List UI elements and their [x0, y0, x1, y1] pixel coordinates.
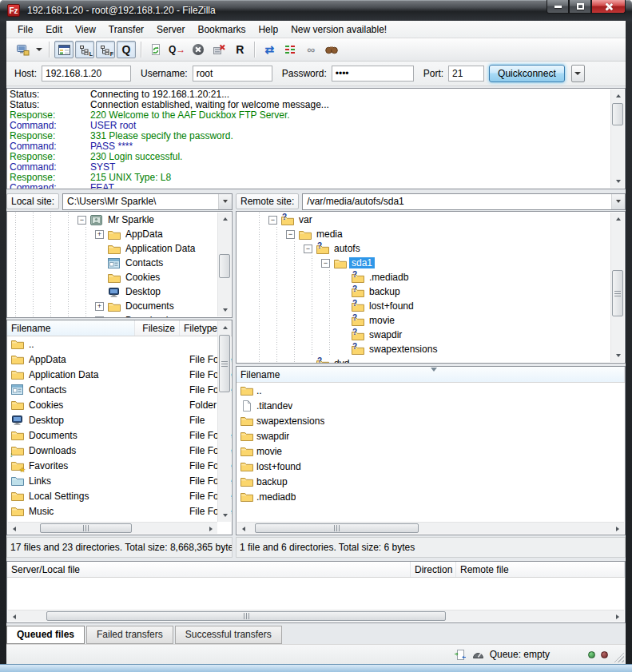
tree-item[interactable]: +↓Downloads: [7, 313, 232, 318]
scroll-up-icon[interactable]: [611, 213, 625, 225]
file-row[interactable]: swapdir: [237, 428, 625, 443]
file-row[interactable]: CookiesFolder: [7, 397, 232, 412]
tree-item[interactable]: +Documents: [7, 299, 232, 313]
combo-dropdown[interactable]: [218, 194, 232, 209]
tree-item[interactable]: −sda1: [237, 256, 625, 270]
tree-item[interactable]: ?swapdir: [237, 328, 625, 342]
scroll-up-icon[interactable]: [218, 321, 232, 334]
scroll-down-icon[interactable]: [611, 349, 625, 362]
remote-list-horizontal-scrollbar[interactable]: [237, 522, 624, 534]
scrollbar-thumb[interactable]: [255, 523, 419, 533]
menu-item-edit[interactable]: Edit: [39, 22, 69, 37]
file-row[interactable]: MusicFile Folder: [7, 503, 232, 519]
refresh-button[interactable]: [146, 41, 165, 58]
site-manager-dropdown[interactable]: [34, 41, 44, 58]
tree-item[interactable]: −?autofs: [237, 241, 625, 256]
file-row[interactable]: ↓DownloadsFile Folder: [7, 443, 232, 458]
collapse-expander-icon[interactable]: −: [78, 216, 86, 225]
scrollbar-thumb[interactable]: [40, 523, 132, 533]
remote-tree-vertical-scrollbar[interactable]: [610, 213, 624, 362]
tree-item[interactable]: ?swapextensions: [237, 342, 625, 356]
site-manager-button[interactable]: [13, 41, 32, 58]
local-list-vertical-scrollbar[interactable]: [217, 321, 231, 522]
local-tree-vertical-scrollbar[interactable]: [217, 213, 231, 316]
file-row[interactable]: Application DataFile Folder: [7, 367, 232, 382]
combo-dropdown[interactable]: [611, 194, 625, 209]
password-input[interactable]: [332, 66, 414, 82]
tree-item[interactable]: Desktop: [7, 284, 232, 299]
minimize-button[interactable]: [547, 0, 569, 14]
scrollbar-thumb[interactable]: [219, 254, 230, 278]
tree-item[interactable]: ?backup: [237, 284, 625, 299]
tab-queued-files[interactable]: Queued files: [6, 626, 85, 644]
expand-expander-icon[interactable]: +: [95, 302, 104, 311]
view-hidden-files-button[interactable]: [280, 41, 300, 58]
menu-item-server[interactable]: Server: [150, 22, 191, 37]
file-row[interactable]: ★FavoritesFile Folder: [7, 458, 232, 473]
file-row[interactable]: ..: [237, 383, 625, 398]
toggle-message-log-button[interactable]: [54, 41, 74, 58]
file-row[interactable]: LinksFile Folder: [7, 473, 232, 488]
local-site-combobox[interactable]: C:\Users\Mr Sparkle\: [62, 193, 233, 210]
menu-item-help[interactable]: Help: [252, 22, 284, 37]
queue-horizontal-scrollbar[interactable]: [8, 610, 624, 622]
quickconnect-dropdown[interactable]: [571, 65, 585, 82]
tree-item[interactable]: ?movie: [237, 313, 625, 328]
host-input[interactable]: [42, 66, 131, 82]
collapse-expander-icon[interactable]: −: [268, 216, 277, 225]
menu-item-bookmarks[interactable]: Bookmarks: [191, 22, 252, 37]
scroll-right-icon[interactable]: [611, 610, 624, 622]
file-row[interactable]: ContactsFile Folder: [7, 382, 232, 397]
maximize-button[interactable]: [569, 0, 591, 14]
tree-item[interactable]: ?lost+found: [237, 299, 625, 313]
scrollbar-thumb[interactable]: [46, 611, 446, 621]
toggle-local-tree-button[interactable]: L: [75, 41, 94, 58]
tree-item[interactable]: −?var: [237, 213, 625, 227]
column-header-filename[interactable]: Filename: [7, 320, 135, 336]
remote-site-combobox[interactable]: /var/media/autofs/sda1: [302, 193, 626, 210]
expand-expander-icon[interactable]: +: [95, 230, 104, 239]
reconnect-button[interactable]: R: [230, 41, 249, 58]
expand-expander-icon[interactable]: +: [95, 316, 104, 319]
file-row[interactable]: .titandev: [237, 398, 625, 413]
collapse-expander-icon[interactable]: −: [286, 230, 295, 239]
scrollbar-thumb[interactable]: [612, 103, 623, 125]
tree-item[interactable]: −media: [237, 227, 625, 241]
tree-item[interactable]: ?.mediadb: [237, 270, 625, 284]
disconnect-button[interactable]: [209, 41, 229, 58]
directory-comparison-button[interactable]: ⇄: [260, 41, 279, 58]
column-header-direction[interactable]: Direction: [411, 562, 456, 577]
tree-item[interactable]: Application Data: [7, 241, 232, 256]
file-row[interactable]: .mediadb: [237, 489, 625, 504]
tree-item[interactable]: ?dvd: [237, 356, 625, 364]
toggle-remote-tree-button[interactable]: F: [96, 41, 115, 58]
tab-failed-transfers[interactable]: Failed transfers: [86, 626, 173, 644]
scroll-down-icon[interactable]: [218, 304, 232, 316]
tree-item[interactable]: Cookies: [7, 270, 232, 284]
file-row[interactable]: movie: [237, 443, 625, 459]
scroll-left-icon[interactable]: [237, 523, 250, 535]
menu-item-transfer[interactable]: Transfer: [102, 22, 150, 37]
local-list-horizontal-scrollbar[interactable]: [8, 522, 217, 534]
scrollbar-thumb[interactable]: [612, 270, 623, 316]
file-row[interactable]: backup: [237, 474, 625, 489]
scroll-down-icon[interactable]: [218, 509, 232, 522]
scrollbar-thumb[interactable]: [219, 335, 230, 392]
toggle-queue-button[interactable]: Q: [117, 41, 136, 58]
scroll-left-icon[interactable]: [8, 610, 21, 622]
file-row[interactable]: DesktopFile: [7, 412, 232, 427]
resize-grip[interactable]: [614, 652, 624, 662]
tree-item[interactable]: +AppData: [7, 227, 232, 241]
menu-item-view[interactable]: View: [69, 22, 102, 37]
scroll-left-icon[interactable]: [8, 523, 21, 535]
scroll-up-icon[interactable]: [218, 213, 232, 225]
find-files-button[interactable]: [322, 41, 341, 58]
collapse-expander-icon[interactable]: −: [321, 259, 330, 268]
port-input[interactable]: [448, 66, 484, 82]
process-queue-button[interactable]: Q →: [167, 41, 187, 58]
column-header-server-local-file[interactable]: Server/Local file: [7, 562, 411, 577]
file-row[interactable]: ..: [7, 336, 232, 352]
close-button[interactable]: [591, 0, 626, 14]
file-row[interactable]: Local SettingsFile Folder: [7, 488, 232, 503]
column-header-filesize[interactable]: Filesize: [135, 320, 180, 336]
